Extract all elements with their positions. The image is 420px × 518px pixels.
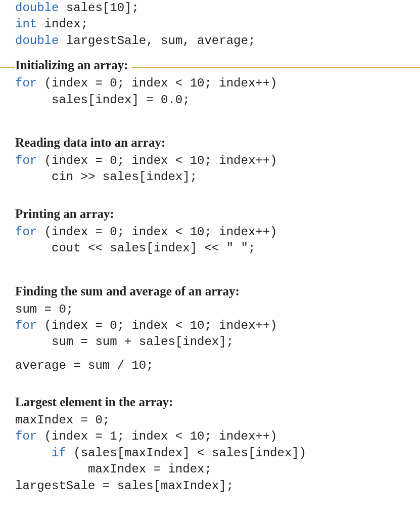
read-line-1: (index = 0; index < 10; index++)	[37, 154, 277, 167]
heading-print: Printing an array:	[15, 207, 405, 221]
sumavg-line-1: (index = 0; index < 10; index++)	[37, 319, 277, 332]
heading-read: Reading data into an array:	[15, 136, 405, 150]
decl-line-2: index;	[37, 17, 88, 31]
largest-line-4: largestSale = sales[maxIndex];	[15, 479, 234, 493]
section-init: Initializing an array:	[15, 58, 405, 72]
keyword-int: int	[15, 17, 37, 31]
code-print: for (index = 0; index < 10; index++) cou…	[15, 224, 405, 257]
init-line-1: (index = 0; index < 10; index++)	[37, 76, 277, 90]
init-line-2: sales[index] = 0.0;	[15, 93, 190, 107]
heading-init-text: Initializing an array:	[15, 58, 131, 72]
keyword-for: for	[15, 319, 37, 332]
largest-line-0: maxIndex = 0;	[15, 413, 110, 427]
keyword-for: for	[15, 154, 37, 167]
read-line-2: cin >> sales[index];	[15, 170, 197, 184]
declarations-block: double sales[10]; int index; double larg…	[15, 0, 405, 49]
heading-largest: Largest element in the array:	[15, 395, 405, 409]
largest-line-3: maxIndex = index;	[15, 462, 212, 476]
keyword-for: for	[15, 76, 37, 90]
sumavg-line-2: sum = sum + sales[index];	[15, 335, 234, 349]
keyword-if: if	[52, 446, 66, 460]
heading-sumavg: Finding the sum and average of an array:	[15, 284, 405, 298]
code-largest: maxIndex = 0; for (index = 1; index < 10…	[15, 412, 405, 494]
largest-line-2b: (sales[maxIndex] < sales[index])	[66, 446, 306, 460]
largest-line-2a	[15, 446, 52, 460]
keyword-double: double	[15, 1, 59, 15]
largest-line-1: (index = 1; index < 10; index++)	[37, 429, 277, 443]
code-init: for (index = 0; index < 10; index++) sal…	[15, 75, 405, 108]
keyword-double: double	[15, 34, 59, 48]
code-sumavg-avg: average = sum / 10;	[15, 358, 405, 374]
sumavg-line-0: sum = 0;	[15, 303, 73, 316]
decl-line-3: largestSale, sum, average;	[59, 34, 255, 48]
code-sumavg: sum = 0; for (index = 0; index < 10; ind…	[15, 301, 405, 351]
keyword-for: for	[15, 225, 37, 239]
heading-init: Initializing an array:	[15, 58, 405, 72]
print-line-2: cout << sales[index] << " ";	[15, 241, 255, 255]
sumavg-line-3: average = sum / 10;	[15, 359, 154, 372]
print-line-1: (index = 0; index < 10; index++)	[37, 225, 277, 239]
decl-line-1: sales[10];	[59, 1, 138, 15]
keyword-for: for	[15, 429, 37, 443]
code-read: for (index = 0; index < 10; index++) cin…	[15, 153, 405, 186]
